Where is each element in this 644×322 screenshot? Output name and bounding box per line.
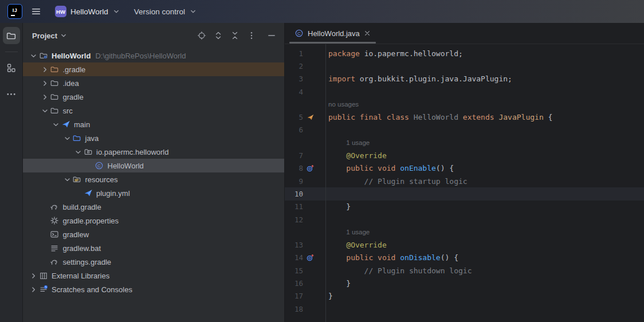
override-gutter-icon[interactable] (306, 164, 315, 172)
folder-strip-icon (6, 30, 17, 41)
gutter[interactable] (303, 164, 325, 172)
code-line-4[interactable]: 4 (285, 85, 644, 98)
tree-item-gradlew-bat[interactable]: gradlew.bat (23, 241, 284, 255)
code-token: () { (441, 253, 458, 262)
code-token: HelloWorld (414, 113, 463, 121)
code-line-11[interactable]: 11 } (285, 201, 644, 213)
tree-item-scratches-and-consoles[interactable]: Scratches and Consoles (23, 282, 284, 296)
line-number[interactable]: 2 (285, 62, 303, 70)
structure-tool-window-button[interactable] (3, 59, 20, 76)
gutter[interactable] (303, 113, 325, 121)
hide-panel-button[interactable] (267, 31, 276, 40)
tree-item-settings-gradle[interactable]: settings.gradle (23, 255, 284, 269)
project-widget[interactable]: HW HelloWorld (55, 6, 120, 17)
project-panel-header: Project (23, 23, 284, 48)
line-number[interactable]: 7 (285, 151, 303, 160)
code-line-18[interactable]: 18 (285, 303, 644, 315)
version-control-widget[interactable]: Version control (134, 7, 197, 16)
code-line-13[interactable]: 13 @Override (285, 238, 644, 251)
chevron-down-icon[interactable] (29, 51, 38, 60)
line-number[interactable]: 1 (285, 49, 303, 58)
tree-item-gradle[interactable]: .gradle (23, 62, 284, 76)
line-number[interactable]: 4 (285, 88, 303, 96)
tree-item-helloworld[interactable]: CHelloWorld (23, 159, 284, 172)
code-line-1[interactable]: 1package io.papermc.helloworld; (285, 47, 644, 60)
line-number[interactable]: 3 (285, 74, 303, 83)
code-line-12[interactable]: 12 (285, 213, 644, 226)
line-number[interactable]: 14 (285, 253, 303, 262)
code-token: public void (346, 164, 400, 172)
chevron-right-icon[interactable] (29, 285, 38, 294)
code-line-9[interactable]: 9 // Plugin startup logic (285, 175, 644, 187)
code-line-15[interactable]: 15 // Plugin shutdown logic (285, 264, 644, 277)
line-number[interactable]: 10 (285, 190, 303, 198)
chevron-right-icon[interactable] (40, 65, 50, 74)
code-line-5[interactable]: 5public final class HelloWorld extends J… (285, 111, 644, 123)
tab-close-button[interactable] (364, 30, 371, 37)
inlay-hint-row[interactable]: 1 usage (285, 136, 644, 149)
line-number[interactable]: 18 (285, 305, 303, 313)
tree-item-plugin-yml[interactable]: plugin.yml (23, 186, 284, 200)
line-number[interactable]: 13 (285, 241, 303, 249)
panel-options-button[interactable] (247, 31, 256, 40)
line-number[interactable]: 5 (285, 113, 303, 121)
code-line-2[interactable]: 2 (285, 60, 644, 72)
tree-item-src[interactable]: src (23, 104, 284, 117)
chevron-right-icon[interactable] (40, 78, 50, 88)
tree-item-label: gradle (63, 93, 84, 101)
chevron-down-icon[interactable] (73, 147, 83, 156)
code-token: } (328, 202, 351, 211)
select-opened-file-button[interactable] (197, 31, 206, 40)
tree-item-io-papermc-helloworld[interactable]: io.papermc.helloworld (23, 145, 284, 159)
code-line-14[interactable]: 14 public void onDisable() { (285, 252, 644, 264)
tree-item-gradle[interactable]: gradle (23, 90, 284, 104)
chevron-down-icon[interactable] (40, 106, 50, 115)
hamburger-icon (31, 6, 41, 17)
code-line-7[interactable]: 7 @Override (285, 149, 644, 162)
tree-item-java[interactable]: java (23, 131, 284, 145)
intellij-logo[interactable]: IJ (8, 5, 22, 18)
line-number[interactable]: 6 (285, 125, 303, 134)
tree-item-helloworld[interactable]: HelloWorldD:\githubRePos\HelloWorld (23, 49, 284, 62)
code-line-16[interactable]: 16 } (285, 277, 644, 289)
line-number[interactable]: 15 (285, 266, 303, 275)
collapse-all-button[interactable] (230, 31, 239, 40)
override-gutter-icon[interactable] (306, 253, 315, 262)
project-tool-window-button[interactable] (3, 27, 20, 44)
chevron-down-icon[interactable] (51, 120, 61, 129)
gutter[interactable] (303, 253, 325, 262)
tree-item-gradle-properties[interactable]: gradle.properties (23, 214, 284, 227)
line-number[interactable]: 12 (285, 215, 303, 224)
chevron-down-icon[interactable] (62, 175, 72, 184)
line-number[interactable]: 9 (285, 177, 303, 186)
tree-item-resources[interactable]: resources (23, 172, 284, 186)
tree-item-main[interactable]: main (23, 117, 284, 131)
code-line-10[interactable]: 10 (285, 187, 644, 200)
line-number[interactable]: 17 (285, 292, 303, 300)
code-token: JavaPlugin (498, 113, 548, 121)
editor-tab-helloworld-java[interactable]: C HelloWorld.java (289, 23, 376, 44)
expand-all-button[interactable] (214, 31, 223, 40)
plugin-gutter-icon[interactable] (306, 113, 315, 121)
line-number[interactable]: 11 (285, 202, 303, 211)
line-number[interactable]: 8 (285, 164, 303, 172)
project-view-selector[interactable]: Project (32, 32, 68, 40)
inlay-hint-row[interactable]: no usages (285, 98, 644, 111)
code-line-8[interactable]: 8 public void onEnable() { (285, 162, 644, 175)
code-line-6[interactable]: 6 (285, 124, 644, 136)
tree-item-idea[interactable]: .idea (23, 76, 284, 90)
code-editor[interactable]: 1package io.papermc.helloworld;23import … (285, 44, 644, 322)
chevron-right-icon[interactable] (40, 92, 50, 101)
tree-item-external-libraries[interactable]: External Libraries (23, 269, 284, 282)
tree-item-build-gradle[interactable]: build.gradle (23, 200, 284, 214)
hamburger-menu-button[interactable] (31, 6, 42, 17)
more-tool-windows-button[interactable] (3, 85, 20, 103)
line-number[interactable]: 16 (285, 279, 303, 288)
tree-item-gradlew[interactable]: gradlew (23, 227, 284, 241)
chevron-right-icon[interactable] (29, 271, 38, 280)
code-line-3[interactable]: 3import org.bukkit.plugin.java.JavaPlugi… (285, 73, 644, 85)
tree-item-label: main (74, 120, 90, 129)
code-line-17[interactable]: 17} (285, 290, 644, 303)
inlay-hint-row[interactable]: 1 usage (285, 226, 644, 238)
chevron-down-icon[interactable] (62, 133, 72, 143)
